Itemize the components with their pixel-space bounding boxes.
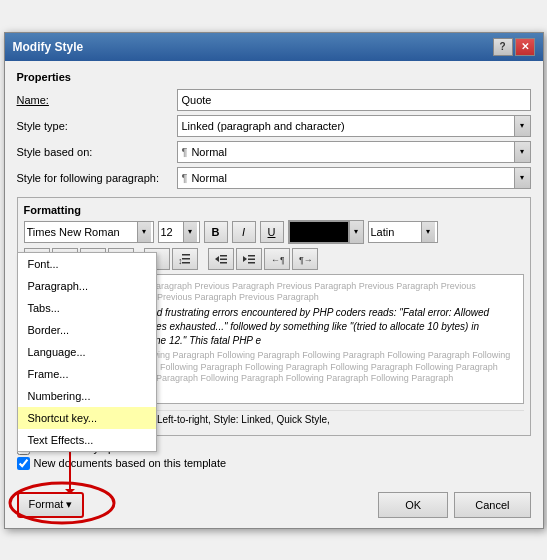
tabs-menu-item[interactable]: Tabs...	[18, 297, 156, 319]
svg-rect-17	[182, 254, 190, 256]
svg-rect-18	[182, 258, 190, 260]
bidi-left-button[interactable]: ←¶	[264, 248, 290, 270]
paragraph-menu-item[interactable]: Paragraph...	[18, 275, 156, 297]
svg-rect-22	[220, 255, 227, 257]
svg-marker-21	[215, 256, 219, 262]
font-size-arrow-icon: ▾	[183, 222, 197, 242]
style-type-row: Style type: Linked (paragraph and charac…	[17, 115, 531, 137]
formatting-label: Formatting	[24, 204, 524, 216]
svg-marker-25	[243, 256, 247, 262]
decrease-indent-button[interactable]	[208, 248, 234, 270]
style-based-dropdown[interactable]: ¶ Normal ▾	[177, 141, 531, 163]
line-spacing-more-button[interactable]: ↕	[172, 248, 198, 270]
dialog-footer: Format ▾ OK Cancel	[5, 486, 543, 528]
new-docs-checkbox[interactable]	[17, 457, 30, 470]
style-following-para-icon: ¶	[182, 172, 188, 184]
border-menu-item[interactable]: Border...	[18, 319, 156, 341]
name-label: Name:	[17, 94, 177, 106]
bold-button[interactable]: B	[204, 221, 228, 243]
properties-label: Properties	[17, 71, 531, 83]
style-based-para-icon: ¶	[182, 146, 188, 158]
bidi-right-button[interactable]: ¶→	[292, 248, 318, 270]
language-menu-item[interactable]: Language...	[18, 341, 156, 363]
style-type-arrow-icon: ▾	[514, 116, 530, 136]
language-dropdown[interactable]: Latin ▾	[368, 221, 438, 243]
help-button[interactable]: ?	[493, 38, 513, 56]
shortcut-key-menu-item[interactable]: Shortcut key...	[18, 407, 156, 429]
italic-button[interactable]: I	[232, 221, 256, 243]
style-based-label: Style based on:	[17, 146, 177, 158]
style-type-label: Style type:	[17, 120, 177, 132]
font-row: Times New Roman ▾ 12 ▾ B I U ▾	[24, 220, 524, 244]
underline-button[interactable]: U	[260, 221, 284, 243]
dialog-title: Modify Style	[13, 40, 84, 54]
title-bar-buttons: ? ✕	[493, 38, 535, 56]
font-family-dropdown[interactable]: Times New Roman ▾	[24, 221, 154, 243]
font-family-arrow-icon: ▾	[137, 222, 151, 242]
font-color-control[interactable]: ▾	[288, 220, 364, 244]
format-button[interactable]: Format ▾	[17, 492, 85, 518]
svg-text:¶→: ¶→	[299, 255, 312, 265]
name-row: Name: Quote	[17, 89, 531, 111]
close-button[interactable]: ✕	[515, 38, 535, 56]
style-following-dropdown[interactable]: ¶ Normal ▾	[177, 167, 531, 189]
font-color-box	[289, 221, 349, 243]
font-color-arrow-icon[interactable]: ▾	[349, 221, 363, 243]
frame-menu-item[interactable]: Frame...	[18, 363, 156, 385]
svg-rect-24	[220, 262, 227, 264]
modify-style-dialog: Modify Style ? ✕ Properties Name: Quote …	[4, 32, 544, 529]
svg-rect-27	[248, 258, 255, 260]
style-based-arrow-icon: ▾	[514, 142, 530, 162]
style-following-label: Style for following paragraph:	[17, 172, 177, 184]
svg-rect-23	[220, 258, 227, 260]
svg-rect-19	[182, 262, 190, 264]
style-based-row: Style based on: ¶ Normal ▾	[17, 141, 531, 163]
footer-container: Font... Paragraph... Tabs... Border... L…	[5, 486, 543, 528]
style-following-row: Style for following paragraph: ¶ Normal …	[17, 167, 531, 189]
font-size-dropdown[interactable]: 12 ▾	[158, 221, 200, 243]
cancel-button[interactable]: Cancel	[454, 492, 530, 518]
numbering-menu-item[interactable]: Numbering...	[18, 385, 156, 407]
footer-buttons: OK Cancel	[378, 492, 530, 518]
text-effects-menu-item[interactable]: Text Effects...	[18, 429, 156, 451]
style-following-arrow-icon: ▾	[514, 168, 530, 188]
svg-rect-28	[248, 262, 255, 264]
svg-rect-26	[248, 255, 255, 257]
language-arrow-icon: ▾	[421, 222, 435, 242]
ok-button[interactable]: OK	[378, 492, 448, 518]
title-bar: Modify Style ? ✕	[5, 33, 543, 61]
increase-indent-button[interactable]	[236, 248, 262, 270]
style-type-dropdown[interactable]: Linked (paragraph and character) ▾	[177, 115, 531, 137]
font-menu-item[interactable]: Font...	[18, 253, 156, 275]
format-dropdown-menu: Font... Paragraph... Tabs... Border... L…	[17, 252, 157, 452]
svg-text:↕: ↕	[178, 256, 183, 266]
name-input[interactable]: Quote	[177, 89, 531, 111]
new-docs-label: New documents based on this template	[34, 457, 227, 469]
new-docs-row: New documents based on this template	[17, 457, 531, 470]
svg-text:←¶: ←¶	[271, 255, 284, 265]
properties-section: Properties Name: Quote Style type: Linke…	[17, 71, 531, 189]
